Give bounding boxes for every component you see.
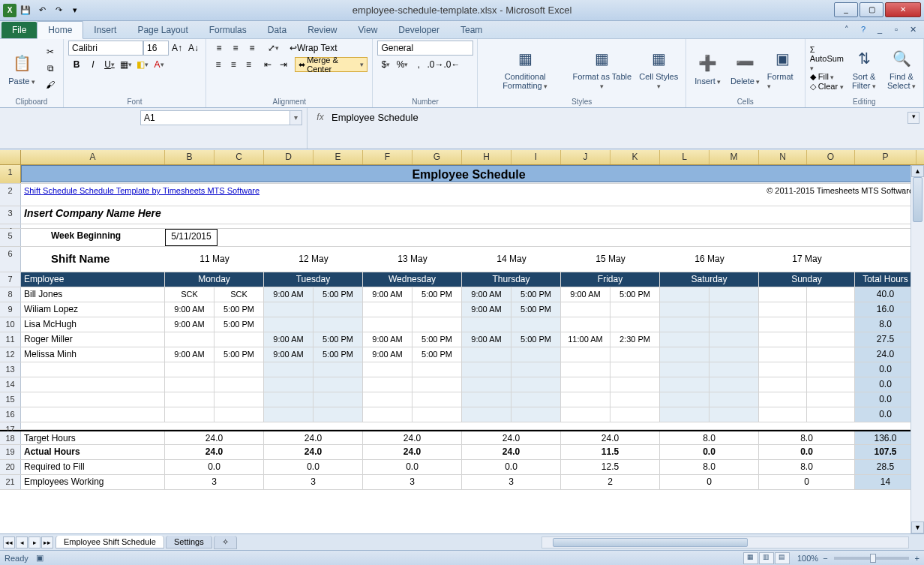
- row-header-1[interactable]: 1: [0, 165, 21, 183]
- schedule-cell[interactable]: [807, 332, 855, 347]
- summary-value-cell[interactable]: 24.0: [561, 431, 660, 444]
- employee-name-cell[interactable]: [21, 392, 165, 407]
- summary-value-cell[interactable]: 0.0: [165, 460, 264, 474]
- name-box-dropdown[interactable]: ▾: [290, 110, 302, 125]
- schedule-cell[interactable]: [807, 287, 855, 302]
- schedule-cell[interactable]: 9:00 AM: [561, 287, 610, 302]
- row-header-10[interactable]: 10: [0, 317, 21, 332]
- schedule-cell[interactable]: [807, 377, 855, 392]
- zoom-out-button[interactable]: −: [823, 554, 827, 563]
- schedule-cell[interactable]: [807, 362, 855, 377]
- schedule-cell[interactable]: [462, 317, 512, 332]
- decrease-indent-button[interactable]: ⇤: [260, 57, 275, 72]
- schedule-cell[interactable]: [710, 287, 759, 302]
- summary-value-cell[interactable]: 0: [660, 475, 759, 489]
- column-header-A[interactable]: A: [21, 150, 165, 164]
- week-beginning-label[interactable]: Week Beginning: [21, 229, 165, 246]
- row-header-15[interactable]: 15: [0, 392, 21, 407]
- schedule-cell[interactable]: [314, 407, 363, 422]
- clear-button[interactable]: ◇ Clear: [810, 82, 844, 92]
- schedule-cell[interactable]: [462, 377, 512, 392]
- schedule-cell[interactable]: [759, 347, 807, 362]
- schedule-cell[interactable]: 5:00 PM: [412, 347, 462, 362]
- align-center-button[interactable]: ≡: [226, 57, 241, 72]
- schedule-cell[interactable]: SCK: [214, 287, 264, 302]
- schedule-cell[interactable]: [363, 362, 412, 377]
- schedule-cell[interactable]: 9:00 AM: [462, 332, 512, 347]
- schedule-cell[interactable]: [610, 302, 660, 317]
- schedule-cell[interactable]: [165, 377, 214, 392]
- merge-center-button[interactable]: ⬌ Merge & Center: [295, 57, 368, 72]
- schedule-cell[interactable]: [264, 317, 314, 332]
- schedule-cell[interactable]: [561, 377, 610, 392]
- schedule-cell[interactable]: [807, 302, 855, 317]
- schedule-cell[interactable]: [561, 302, 610, 317]
- schedule-cell[interactable]: 9:00 AM: [363, 332, 412, 347]
- schedule-cell[interactable]: 9:00 AM: [165, 317, 214, 332]
- workbook-restore-button[interactable]: ▫: [890, 23, 903, 36]
- summary-value-cell[interactable]: 24.0: [462, 445, 561, 459]
- column-header-K[interactable]: K: [610, 150, 660, 164]
- row-header-11[interactable]: 11: [0, 332, 21, 347]
- blank-cell[interactable]: [218, 229, 916, 246]
- column-header-N[interactable]: N: [759, 150, 807, 164]
- schedule-cell[interactable]: [660, 392, 710, 407]
- schedule-cell[interactable]: 5:00 PM: [314, 287, 363, 302]
- week-beginning-date[interactable]: 5/11/2015: [165, 229, 218, 246]
- summary-value-cell[interactable]: 2: [561, 475, 660, 489]
- schedule-cell[interactable]: 9:00 AM: [462, 302, 512, 317]
- column-header-C[interactable]: C: [214, 150, 264, 164]
- row-header-14[interactable]: 14: [0, 377, 21, 392]
- header-day-6[interactable]: Sunday: [759, 272, 855, 287]
- select-all-corner[interactable]: [0, 150, 21, 164]
- schedule-cell[interactable]: [314, 362, 363, 377]
- schedule-cell[interactable]: [660, 302, 710, 317]
- schedule-cell[interactable]: [264, 362, 314, 377]
- date-header-2[interactable]: 13 May: [363, 247, 462, 272]
- schedule-cell[interactable]: 9:00 AM: [264, 347, 314, 362]
- header-day-5[interactable]: Saturday: [660, 272, 759, 287]
- total-hours-cell[interactable]: 8.0: [855, 317, 916, 332]
- schedule-cell[interactable]: 5:00 PM: [214, 302, 264, 317]
- employee-name-cell[interactable]: Lisa McHugh: [21, 317, 165, 332]
- vscroll-thumb[interactable]: [913, 177, 922, 222]
- summary-value-cell[interactable]: 0.0: [462, 460, 561, 474]
- schedule-cell[interactable]: [710, 407, 759, 422]
- total-hours-cell[interactable]: 24.0: [855, 347, 916, 362]
- shift-name-cell[interactable]: Shift Name: [21, 247, 165, 272]
- minimize-button[interactable]: _: [834, 2, 858, 17]
- summary-total-cell[interactable]: 14: [855, 475, 916, 489]
- schedule-cell[interactable]: [660, 287, 710, 302]
- row-header-19[interactable]: 19: [0, 445, 21, 459]
- name-box[interactable]: [140, 110, 290, 125]
- workbook-minimize-button[interactable]: _: [873, 23, 886, 36]
- schedule-cell[interactable]: [610, 377, 660, 392]
- schedule-cell[interactable]: [462, 407, 512, 422]
- summary-value-cell[interactable]: 24.0: [165, 445, 264, 459]
- row-header-4[interactable]: 4: [0, 224, 21, 228]
- font-name-select[interactable]: [68, 41, 143, 56]
- total-hours-cell[interactable]: 16.0: [855, 302, 916, 317]
- row-header-6[interactable]: 6: [0, 247, 21, 272]
- schedule-cell[interactable]: [264, 407, 314, 422]
- expand-formula-bar-button[interactable]: ▾: [908, 112, 920, 124]
- schedule-cell[interactable]: [561, 392, 610, 407]
- schedule-cell[interactable]: 5:00 PM: [512, 302, 561, 317]
- schedule-cell[interactable]: [214, 407, 264, 422]
- row-header-13[interactable]: 13: [0, 362, 21, 377]
- schedule-cell[interactable]: 9:00 AM: [165, 302, 214, 317]
- header-day-0[interactable]: Monday: [165, 272, 264, 287]
- undo-button[interactable]: ↶: [34, 3, 50, 18]
- column-header-F[interactable]: F: [363, 150, 412, 164]
- schedule-cell[interactable]: [314, 302, 363, 317]
- align-middle-button[interactable]: ≡: [227, 41, 244, 56]
- schedule-cell[interactable]: [807, 317, 855, 332]
- row-header-9[interactable]: 9: [0, 302, 21, 317]
- total-hours-cell[interactable]: 0.0: [855, 407, 916, 422]
- increase-decimal-button[interactable]: .0→: [427, 57, 443, 72]
- summary-value-cell[interactable]: 3: [264, 475, 363, 489]
- column-header-H[interactable]: H: [462, 150, 512, 164]
- tab-review[interactable]: Review: [297, 22, 347, 38]
- row-header-17[interactable]: 17: [0, 422, 21, 429]
- schedule-cell[interactable]: 2:30 PM: [610, 332, 660, 347]
